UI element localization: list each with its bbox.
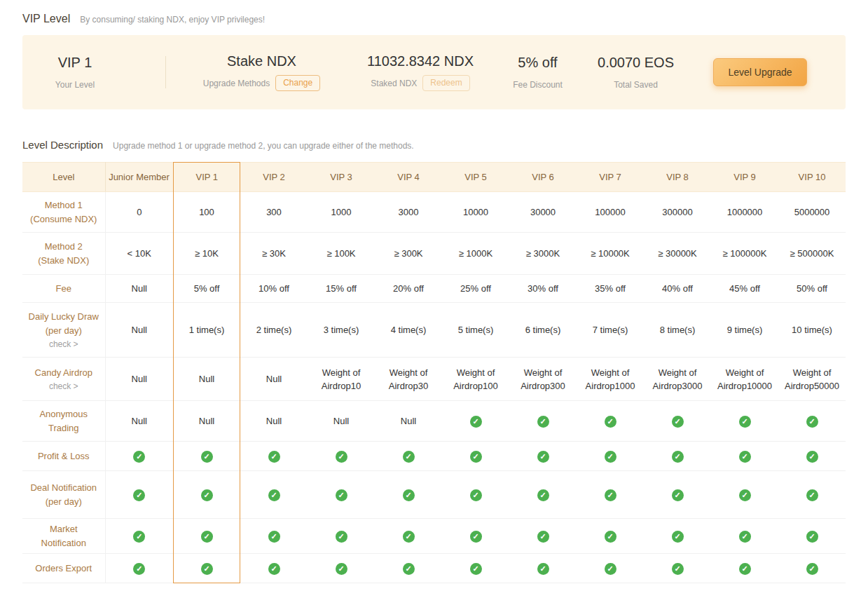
table-row: Daily Lucky Draw(per day)check >Null1 ti… <box>22 303 846 358</box>
vip-table-body: Method 1(Consume NDX)0100300100030001000… <box>22 192 846 583</box>
table-cell: ✓ <box>105 554 173 583</box>
table-cell: ✓ <box>442 471 509 519</box>
check-link[interactable]: check > <box>22 338 105 351</box>
table-cell: Null <box>240 358 308 401</box>
column-header-vip-4: VIP 4 <box>375 163 442 192</box>
check-icon: ✓ <box>672 563 684 575</box>
table-row: MarketNotification✓✓✓✓✓✓✓✓✓✓✓ <box>22 519 846 554</box>
table-cell: 30000 <box>509 192 577 233</box>
table-cell: Null <box>105 275 173 303</box>
check-icon: ✓ <box>470 416 482 428</box>
table-cell: ✓ <box>509 554 577 583</box>
upgrade-method-label: Upgrade Methods <box>203 79 270 88</box>
check-icon: ✓ <box>133 531 145 543</box>
row-label: MarketNotification <box>22 519 105 554</box>
table-cell: 3000 <box>375 192 442 233</box>
table-cell: ✓ <box>442 554 509 583</box>
redeem-button[interactable]: Redeem <box>422 75 469 91</box>
table-cell: ≥ 100000K <box>711 233 778 275</box>
table-cell: ✓ <box>509 442 577 471</box>
check-link[interactable]: check > <box>22 380 105 393</box>
table-cell: ✓ <box>105 519 173 554</box>
table-cell: ✓ <box>577 519 644 554</box>
table-cell: ✓ <box>711 442 778 471</box>
staked-ndx-label: Staked NDX <box>371 79 417 88</box>
fee-discount-label: Fee Discount <box>490 80 585 90</box>
table-cell: ✓ <box>308 442 375 471</box>
table-cell: ✓ <box>509 519 577 554</box>
table-cell: ≥ 10K <box>173 233 240 275</box>
check-icon: ✓ <box>672 531 684 543</box>
staked-ndx-value: 11032.8342 NDX <box>350 53 490 69</box>
check-icon: ✓ <box>672 451 684 463</box>
table-cell: 0 <box>105 192 173 233</box>
check-icon: ✓ <box>806 489 818 501</box>
table-cell: 35% off <box>577 275 644 303</box>
total-saved-label: Total Saved <box>585 80 687 90</box>
level-upgrade-button[interactable]: Level Upgrade <box>713 58 807 86</box>
table-cell: ✓ <box>173 471 240 519</box>
table-cell: 50% off <box>778 275 846 303</box>
table-cell: Null <box>105 401 173 442</box>
check-icon: ✓ <box>605 531 616 543</box>
table-cell: 2 time(s) <box>240 303 308 358</box>
table-cell: ✓ <box>375 442 442 471</box>
table-row: AnonymousTradingNullNullNullNullNull✓✓✓✓… <box>22 401 846 442</box>
table-cell: ≥ 3000K <box>509 233 577 275</box>
check-icon: ✓ <box>336 451 347 463</box>
check-icon: ✓ <box>605 563 616 575</box>
check-icon: ✓ <box>537 416 549 428</box>
table-cell: Weight of Airdrop50000 <box>778 358 846 401</box>
table-cell: ≥ 500000K <box>778 233 846 275</box>
level-table-wrapper: LevelJunior MemberVIP 1VIP 2VIP 3VIP 4VI… <box>22 162 846 583</box>
table-cell: ≥ 30K <box>240 233 308 275</box>
table-row: Profit & Loss✓✓✓✓✓✓✓✓✓✓✓ <box>22 442 846 471</box>
table-cell: ✓ <box>711 554 778 583</box>
table-cell: ✓ <box>778 471 846 519</box>
check-icon: ✓ <box>739 531 751 543</box>
table-cell: 100 <box>173 192 240 233</box>
page-title: VIP Level <box>22 13 70 25</box>
table-cell: 30% off <box>509 275 577 303</box>
vertical-divider <box>165 56 166 88</box>
check-icon: ✓ <box>672 416 684 428</box>
check-icon: ✓ <box>537 489 549 501</box>
table-cell: ✓ <box>577 442 644 471</box>
change-button[interactable]: Change <box>275 75 320 91</box>
table-cell: Null <box>240 401 308 442</box>
current-level-block: VIP 1 Your Level <box>22 55 128 90</box>
table-cell: ≥ 10000K <box>577 233 644 275</box>
table-cell: Weight of Airdrop10000 <box>711 358 778 401</box>
table-cell: 1000 <box>308 192 375 233</box>
page-header: VIP Level By consuming/ staking NDX, enj… <box>22 13 846 25</box>
table-cell: ✓ <box>240 471 308 519</box>
table-cell: Null <box>375 401 442 442</box>
check-icon: ✓ <box>470 563 482 575</box>
check-icon: ✓ <box>403 531 415 543</box>
column-header-level: Level <box>22 163 105 192</box>
table-cell: ✓ <box>240 554 308 583</box>
table-cell: 1000000 <box>711 192 778 233</box>
table-cell: ✓ <box>240 519 308 554</box>
check-icon: ✓ <box>268 531 280 543</box>
check-icon: ✓ <box>605 489 616 501</box>
check-icon: ✓ <box>336 531 347 543</box>
column-header-junior-member: Junior Member <box>105 163 173 192</box>
table-cell: ✓ <box>509 401 577 442</box>
table-cell: Weight of Airdrop3000 <box>644 358 711 401</box>
fee-discount-value: 5% off <box>490 55 585 71</box>
table-cell: ✓ <box>644 401 711 442</box>
table-cell: ≥ 100K <box>308 233 375 275</box>
table-cell: ✓ <box>644 519 711 554</box>
table-cell: ✓ <box>375 471 442 519</box>
check-icon: ✓ <box>605 416 616 428</box>
check-icon: ✓ <box>268 563 280 575</box>
column-header-vip-6: VIP 6 <box>509 163 577 192</box>
current-level-label: Your Level <box>22 80 128 90</box>
fee-discount-block: 5% off Fee Discount <box>490 55 585 90</box>
table-row: Orders Export✓✓✓✓✓✓✓✓✓✓✓ <box>22 554 846 583</box>
table-cell: 5 time(s) <box>442 303 509 358</box>
vip-table-head-row: LevelJunior MemberVIP 1VIP 2VIP 3VIP 4VI… <box>22 163 846 192</box>
table-cell: ✓ <box>105 442 173 471</box>
table-cell: ✓ <box>644 442 711 471</box>
